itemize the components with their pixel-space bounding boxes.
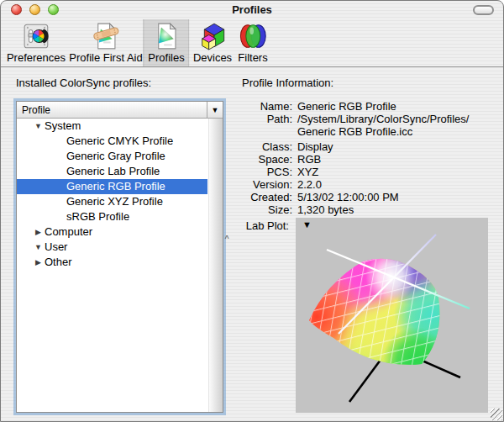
info-field-created: Created:5/13/02 12:00:00 PM bbox=[242, 191, 494, 203]
installed-profiles-heading: Installed ColorSync profiles: bbox=[16, 76, 151, 89]
toolbar-label: Profiles bbox=[148, 51, 184, 64]
devices-icon bbox=[198, 22, 227, 50]
field-label: Space: bbox=[242, 153, 292, 166]
field-value: Display bbox=[297, 140, 333, 153]
toolbar-collapse-button[interactable] bbox=[473, 5, 494, 15]
list-item[interactable]: ▼System bbox=[17, 119, 207, 134]
disclosure-triangle-icon[interactable]: ▶ bbox=[33, 255, 44, 270]
field-value: Generic RGB Profile bbox=[297, 100, 396, 113]
toolbar-item-profiles[interactable]: Profiles bbox=[143, 19, 189, 66]
info-field-space: Space:RGB bbox=[242, 153, 494, 166]
lab-plot-label: Lab Plot: bbox=[242, 219, 289, 232]
toolbar-item-profile-first-aid[interactable]: Profile First Aid bbox=[64, 19, 147, 66]
list-item-label: User bbox=[45, 240, 67, 253]
lab-plot-view[interactable]: ▼ bbox=[296, 218, 488, 413]
field-value: /System/Library/ColorSync/Profiles/ Gene… bbox=[297, 113, 469, 138]
list-item[interactable]: ▶Computer bbox=[17, 224, 207, 240]
window-title: Profiles bbox=[1, 3, 503, 16]
toolbar-item-preferences[interactable]: Preferences bbox=[2, 19, 71, 66]
list-item[interactable]: Generic Gray Profile bbox=[17, 149, 207, 164]
list-item[interactable]: sRGB Profile bbox=[17, 209, 207, 224]
toolbar: Preferences Profil bbox=[1, 19, 503, 67]
info-field-class: Class:Display bbox=[242, 140, 494, 153]
toolbar-label: Preferences bbox=[7, 51, 66, 64]
profiles-list-column-header[interactable]: Profile ▼ bbox=[17, 102, 223, 119]
field-label: Size: bbox=[242, 203, 292, 216]
chevron-down-icon: ▼ bbox=[212, 106, 219, 114]
disclosure-triangle-icon[interactable]: ▶ bbox=[33, 224, 44, 240]
field-label: Version: bbox=[242, 178, 292, 191]
pane-splitter-caret[interactable]: ^ bbox=[222, 235, 232, 244]
info-field-version: Version:2.2.0 bbox=[242, 178, 494, 191]
list-item-label: Generic Gray Profile bbox=[66, 150, 165, 162]
plot-axis-black-right bbox=[418, 359, 460, 377]
disclosure-triangle-icon[interactable]: ▼ bbox=[33, 240, 44, 255]
list-item[interactable]: Generic XYZ Profile bbox=[17, 194, 207, 209]
field-value: RGB bbox=[297, 153, 321, 166]
lab-plot-gamut-rendering bbox=[296, 218, 488, 413]
field-value: XYZ bbox=[297, 166, 318, 178]
toolbar-label: Devices bbox=[193, 51, 232, 64]
list-item[interactable]: Generic Lab Profile bbox=[17, 164, 207, 179]
list-item-label: Computer bbox=[45, 225, 92, 238]
field-value: 1,320 bytes bbox=[297, 203, 354, 216]
list-item[interactable]: ▼User bbox=[17, 240, 207, 255]
profile-information-heading: Profile Information: bbox=[242, 76, 333, 89]
list-item-label: Generic RGB Profile bbox=[66, 180, 165, 193]
list-item-label: System bbox=[45, 119, 81, 132]
filters-icon bbox=[239, 22, 267, 50]
profiles-icon bbox=[152, 22, 181, 50]
list-item-label: Generic CMYK Profile bbox=[66, 135, 173, 147]
field-label: Class: bbox=[242, 140, 292, 153]
list-item-selected[interactable]: Generic RGB Profile bbox=[17, 179, 207, 194]
field-value: 5/13/02 12:00:00 PM bbox=[297, 191, 399, 203]
list-item-label: Other bbox=[45, 256, 72, 268]
info-field-path: Path:/System/Library/ColorSync/Profiles/… bbox=[242, 113, 494, 138]
list-item-label: Generic XYZ Profile bbox=[66, 195, 163, 208]
info-field-size: Size:1,320 bytes bbox=[242, 203, 494, 216]
plot-options-disclosure-icon[interactable]: ▼ bbox=[302, 219, 312, 229]
profile-first-aid-icon bbox=[92, 22, 120, 50]
field-label: Created: bbox=[242, 191, 292, 203]
colorsync-profiles-window: Profiles Preferences bbox=[0, 0, 504, 422]
toolbar-label: Filters bbox=[238, 51, 267, 64]
toolbar-item-filters[interactable]: Filters bbox=[233, 19, 272, 66]
vertical-scrollbar[interactable] bbox=[208, 119, 223, 412]
field-label: Path: bbox=[242, 113, 292, 138]
profile-info-fields: Name:Generic RGB Profile Path:/System/Li… bbox=[242, 100, 494, 216]
field-label: Name: bbox=[242, 100, 292, 113]
column-menu-button[interactable]: ▼ bbox=[207, 102, 223, 118]
gamut-surface bbox=[296, 218, 488, 413]
profiles-list: Profile ▼ ▼System Generic CMYK Profile G… bbox=[16, 101, 223, 413]
disclosure-triangle-icon[interactable]: ▼ bbox=[33, 119, 44, 134]
title-bar[interactable]: Profiles bbox=[1, 1, 503, 19]
profiles-tree: ▼System Generic CMYK Profile Generic Gra… bbox=[17, 119, 223, 412]
toolbar-item-devices[interactable]: Devices bbox=[188, 19, 237, 66]
field-value: 2.2.0 bbox=[297, 178, 322, 191]
list-item-label: Generic Lab Profile bbox=[66, 165, 160, 177]
list-item-label: sRGB Profile bbox=[66, 210, 129, 223]
window-resize-grip[interactable] bbox=[491, 409, 502, 420]
info-field-pcs: PCS:XYZ bbox=[242, 166, 494, 178]
toolbar-label: Profile First Aid bbox=[69, 51, 142, 64]
info-field-name: Name:Generic RGB Profile bbox=[242, 100, 494, 113]
column-header-label: Profile bbox=[17, 104, 207, 116]
list-item[interactable]: ▶Other bbox=[17, 255, 207, 270]
list-item[interactable]: Generic CMYK Profile bbox=[17, 134, 207, 149]
preferences-icon bbox=[22, 22, 50, 50]
field-label: PCS: bbox=[242, 166, 292, 178]
